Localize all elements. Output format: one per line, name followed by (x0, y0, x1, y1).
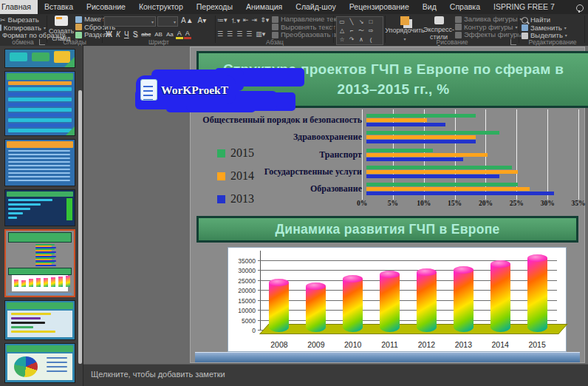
text-direction-icon (272, 16, 278, 23)
align-right-button[interactable]: ☰ (236, 30, 242, 38)
thumbnail-graphic (66, 276, 70, 287)
tab-рисование[interactable]: Рисование (80, 0, 132, 14)
justify-button[interactable]: ☰ (246, 30, 252, 38)
thumbnail-graphic (8, 103, 72, 106)
cut-button[interactable]: ✂ Вырезать (0, 16, 46, 24)
shape-icon[interactable]: △ (338, 27, 346, 35)
tab-ispring-free-7[interactable]: ISPRING FREE 7 (487, 0, 561, 14)
bold-button[interactable]: Ж (104, 30, 114, 38)
chart1-title-banner[interactable]: Структура проектов ГЧП в Европе по сфера… (196, 51, 588, 108)
shape-icon[interactable]: ⌐ (347, 27, 356, 35)
tab-справка[interactable]: Справка (443, 0, 487, 14)
shrink-font-button[interactable]: А▾ (196, 16, 208, 27)
text-shadow-button[interactable]: S (131, 30, 140, 38)
line-spacing-button[interactable]: ⇕▾ (260, 16, 269, 26)
slide-canvas[interactable]: Структура проектов ГЧП в Европе по сфера… (191, 47, 584, 362)
bar-2013 (366, 175, 499, 178)
character-spacing-button[interactable]: АВ (153, 31, 164, 38)
thumbnail-graphic (8, 293, 72, 295)
tell-me-box[interactable]: Что вы хотите сделать? (576, 0, 588, 14)
shape-icon[interactable]: ╲ (347, 18, 356, 26)
bar-2015 (366, 114, 476, 118)
reset-icon (75, 24, 82, 30)
divider (333, 16, 334, 43)
tab-рецензирование[interactable]: Рецензирование (343, 0, 416, 14)
clipboard-group: ✂ Вырезать Копировать▾ Формат по образцу… (0, 14, 46, 46)
shape-icon[interactable]: ↷ (347, 35, 356, 44)
slide-thumbnail-7[interactable] (4, 343, 75, 383)
shape-icon[interactable]: 〜 (357, 27, 366, 35)
tab-переходы[interactable]: Переходы (190, 0, 239, 14)
align-text-icon (272, 24, 278, 30)
increase-indent-button[interactable]: ⇥ (252, 16, 258, 26)
slide-thumbnail-1[interactable] (4, 49, 75, 68)
cylinder (343, 279, 363, 332)
cylinder (527, 258, 547, 332)
clipboard-dialog-launcher[interactable] (39, 39, 45, 45)
thumbnail-scrollbar[interactable] (78, 90, 82, 364)
category-bars (366, 164, 578, 180)
shape-effects-button[interactable]: Эффекты фигуры▾ (455, 31, 527, 39)
cylinder-body (343, 279, 363, 332)
grouped-bar-chart[interactable]: Общественный порядок и безопасностьЗдрав… (196, 112, 578, 211)
thumbnail-graphic (8, 232, 72, 243)
x-tick-label: 5% (388, 200, 398, 207)
drawing-group-label: Рисование (387, 38, 517, 46)
columns-button[interactable]: ▥▾ (256, 30, 265, 38)
slide-thumbnail-6[interactable] (4, 300, 75, 340)
slide-thumbnail-4[interactable] (4, 189, 75, 226)
category-bars (366, 181, 578, 197)
shapes-gallery[interactable]: ▭╲↘□△⌐〜⇨☆↷∧( (336, 16, 383, 45)
thumbnail-graphic (8, 165, 70, 166)
x-tick-label: 2015 (526, 340, 548, 349)
shape-icon[interactable]: □ (366, 18, 375, 26)
smartart-icon (272, 32, 278, 38)
shape-icon[interactable]: ▭ (338, 18, 346, 26)
shape-icon[interactable]: ∧ (357, 35, 366, 44)
thumbnail-graphic (8, 203, 41, 206)
shape-outline-icon (455, 24, 462, 30)
cylinder-top (269, 279, 289, 286)
slide-thumbnail-2[interactable] (4, 71, 75, 136)
shape-icon[interactable]: ( (366, 35, 375, 44)
thumbnail-graphic (7, 141, 73, 148)
grow-font-button[interactable]: А▲ (180, 16, 195, 27)
shape-icon[interactable]: ☆ (338, 35, 346, 44)
numbering-button[interactable]: ⒈▾ (230, 16, 241, 26)
tab-главная[interactable]: Главная (0, 0, 38, 14)
font-size-combo[interactable]: ▾ (157, 16, 178, 27)
bullets-button[interactable]: ≔▾ (217, 16, 228, 26)
shape-fill-icon (455, 16, 462, 23)
tab-слайд-шоу[interactable]: Слайд-шоу (289, 0, 342, 14)
italic-button[interactable]: К (114, 30, 122, 38)
slide-thumbnail-5[interactable] (4, 229, 75, 297)
tab-вид[interactable]: Вид (416, 0, 443, 14)
font-name-combo[interactable]: ▾ (104, 16, 156, 27)
change-case-button[interactable]: Аа (165, 31, 175, 38)
cylinder (306, 286, 326, 332)
find-button[interactable]: Найти (522, 16, 584, 24)
chart2-title-banner[interactable]: Динамика развития ГЧП в Европе (196, 216, 578, 243)
bar-2014 (366, 118, 427, 122)
chart2-x-axis: 20082009201020112012201320142015 (261, 340, 555, 349)
slides-group-label: Слайды (49, 38, 100, 46)
underline-button[interactable]: Ч (123, 30, 131, 38)
strikethrough-button[interactable]: abc (140, 31, 152, 38)
category-bars (366, 112, 578, 128)
shape-icon[interactable]: ↘ (357, 18, 366, 26)
align-center-button[interactable]: ☰ (227, 30, 233, 38)
align-left-button[interactable]: ☰ (217, 30, 223, 38)
watermark-text: WorKProekT (161, 84, 228, 97)
y-tick-label: 15000 (238, 297, 256, 305)
cylinder-chart[interactable]: 05000100001500020000250003000035000 2008… (228, 247, 567, 352)
shape-fill-button[interactable]: Заливка фигуры▾ (455, 16, 527, 24)
decrease-indent-button[interactable]: ⇤ (243, 16, 249, 26)
x-tick-label: 10% (417, 200, 431, 207)
notes-pane[interactable]: Щелкните, чтобы добавить заметки (83, 364, 588, 386)
slide-thumbnail-3[interactable] (4, 139, 75, 186)
drawing-dialog-launcher[interactable] (510, 39, 516, 45)
tab-конструктор[interactable]: Конструктор (132, 0, 190, 14)
shape-icon[interactable]: ⇨ (366, 27, 375, 35)
tab-анимация[interactable]: Анимация (239, 0, 289, 14)
tab-вставка[interactable]: Вставка (38, 0, 80, 14)
